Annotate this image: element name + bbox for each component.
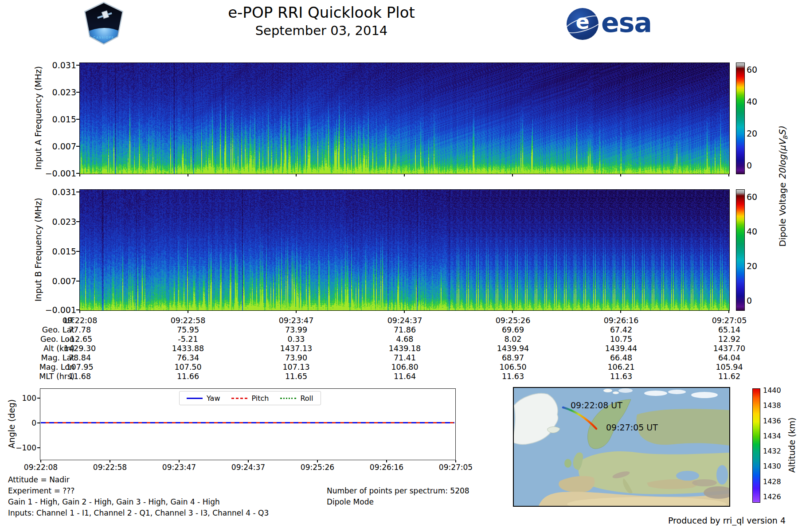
x-tick-mark	[728, 174, 729, 176]
table-cell: 1429.30	[42, 344, 117, 353]
x-tick-mark	[728, 311, 729, 313]
y-tick-mark	[76, 192, 79, 192]
table-cell: 106.50	[475, 363, 551, 372]
table-cell: 106.21	[583, 363, 659, 372]
x-tick-label: 09:27:05	[427, 463, 485, 472]
rri-quicklook-figure: CASSIOPE e-POP RRI Quicklook Plot Septem…	[0, 0, 798, 532]
colorbar-tick-label: 60	[747, 64, 770, 75]
x-tick-label: 09:25:26	[289, 463, 346, 472]
colorbar-tick-label: 40	[747, 96, 770, 107]
x-tick-label: 09:24:37	[219, 463, 277, 472]
table-cell: 11.63	[475, 372, 551, 381]
table-cell: 107.13	[258, 363, 334, 372]
x-tick-mark	[179, 460, 180, 462]
table-cell: 10.75	[583, 335, 659, 344]
table-cell: 1439.94	[475, 344, 551, 353]
page-subtitle-date: September 03, 2014	[100, 23, 543, 38]
colorbar-tick-label: 1430	[763, 462, 786, 471]
esa-emblem-letter: e	[567, 10, 598, 38]
y-tick-mark	[76, 119, 79, 120]
table-cell: 09:27:05	[692, 316, 767, 325]
track-end-label: 09:27:05 UT	[606, 422, 658, 432]
table-cell: 09:25:26	[475, 316, 551, 325]
table-row: MLT (hrs) 11.68 11.66 11.65 11.64 11.63 …	[0, 372, 798, 381]
x-tick-mark	[110, 460, 110, 462]
colorbar-tick-label: 1434	[763, 432, 786, 441]
table-cell: -12.65	[42, 335, 117, 344]
experiment-note: Experiment = ???	[8, 486, 74, 495]
x-tick-mark	[248, 460, 249, 462]
table-cell: 107.50	[150, 363, 226, 372]
colorbar-tick-label: 0	[747, 295, 770, 306]
x-tick-mark	[512, 311, 513, 313]
y-tick-label: 0.031	[44, 187, 76, 197]
y-tick-label: 0.007	[44, 141, 76, 152]
roll-line-icon	[280, 398, 296, 399]
altitude-colorbar-label: Altitude (km)	[787, 418, 797, 473]
angle-plot-legend: Yaw Pitch Roll	[179, 391, 321, 405]
table-cell: 78.84	[42, 353, 117, 363]
y-tick-mark	[37, 422, 40, 423]
table-cell: 09:22:58	[150, 316, 226, 325]
table-cell: 65.14	[692, 325, 767, 335]
x-tick-mark	[512, 174, 513, 176]
colorbar-tick-label: 40	[747, 226, 770, 237]
table-cell: 4.68	[367, 335, 442, 344]
colorbar-axis-label: Dipole Voltage 20log(μVBS)	[777, 126, 789, 246]
y-tick-label: 0.007	[44, 276, 76, 286]
x-tick-label: 09:23:47	[150, 463, 208, 472]
table-cell: 11.62	[692, 372, 767, 381]
table-cell: 73.90	[258, 353, 334, 363]
table-cell: 09:22:08	[42, 316, 117, 325]
y-tick-mark	[76, 281, 79, 282]
y-tick-mark	[37, 447, 40, 448]
inputs-note: Inputs: Channel 1 - I1, Channel 2 - Q1, …	[8, 509, 269, 517]
y-tick-label: 0.015	[44, 246, 76, 257]
x-tick-mark	[188, 311, 188, 313]
colorbar-tick-label: 1426	[763, 493, 786, 501]
table-cell: 71.41	[367, 353, 442, 363]
table-cell: 1433.88	[150, 344, 226, 353]
table-cell: 68.97	[475, 353, 551, 363]
x-tick-mark	[386, 460, 387, 462]
table-cell: 1437.13	[258, 344, 334, 353]
colorbar-a	[736, 63, 745, 174]
x-tick-mark	[40, 460, 41, 462]
y-tick-mark	[76, 173, 79, 174]
legend-item-roll: Roll	[280, 394, 313, 403]
table-row: Alt (km) 1429.30 1433.88 1437.13 1439.18…	[0, 344, 798, 353]
legend-label: Roll	[300, 394, 313, 403]
y-tick-mark	[76, 146, 79, 147]
colorbar-tick-label: 1440	[763, 386, 786, 395]
x-tick-mark	[79, 174, 80, 176]
colorbar-tick-label: 1438	[763, 401, 786, 410]
y-tick-mark	[76, 221, 79, 222]
table-cell: 09:26:16	[583, 316, 659, 325]
y-tick-label: −0.001	[44, 305, 76, 315]
table-cell: 12.92	[692, 335, 767, 344]
x-tick-mark	[620, 174, 621, 176]
y-tick-label: 0	[6, 419, 36, 427]
x-tick-mark	[296, 311, 297, 313]
table-cell: 77.78	[42, 325, 117, 335]
table-cell: 69.69	[475, 325, 551, 335]
x-tick-label: 09:22:08	[12, 463, 70, 472]
table-cell: 1437.70	[692, 344, 767, 353]
table-cell: 75.95	[150, 325, 226, 335]
colorbar-tick-label: 20	[747, 128, 770, 139]
pitch-line-icon	[231, 398, 247, 399]
table-cell: 11.63	[583, 372, 659, 381]
legend-label: Pitch	[251, 394, 269, 403]
y-tick-mark	[76, 309, 79, 310]
y-tick-label: −0.001	[44, 168, 76, 179]
produced-by-note: Produced by rri_ql version 4	[668, 516, 786, 525]
table-cell: 8.02	[475, 335, 551, 344]
spectrogram-a-ylabel: Input A Frequency (MHz)	[33, 66, 43, 170]
angle-zero-line	[41, 422, 454, 423]
x-tick-mark	[620, 311, 621, 313]
table-cell: 11.66	[150, 372, 226, 381]
y-tick-mark	[76, 65, 79, 66]
table-row: Mag. Lon 107.95 107.50 107.13 106.80 106…	[0, 363, 798, 372]
x-tick-mark	[317, 460, 318, 462]
table-cell: 11.68	[42, 372, 117, 381]
